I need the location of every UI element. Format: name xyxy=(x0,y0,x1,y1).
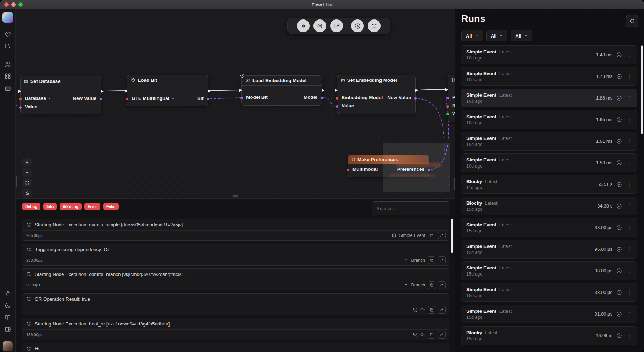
run-item[interactable]: Simple Event Latest 10d ago 1.53 ms ⋮ xyxy=(461,153,637,172)
copy-button[interactable] xyxy=(428,281,435,289)
jump-to-node-button[interactable] xyxy=(438,256,446,264)
favorites-heart-icon[interactable] xyxy=(5,31,11,38)
runs-scrollbar-thumb[interactable] xyxy=(641,45,643,134)
run-item[interactable]: Simple Event Latest 10d ago 1.86 ms ⋮ xyxy=(461,89,637,107)
fit-view-button[interactable] xyxy=(22,178,32,187)
runs-filter-dropdown[interactable]: All xyxy=(511,30,532,41)
run-item[interactable]: Simple Event Latest 15d ago 38.00 µs ⋮ xyxy=(461,283,637,302)
input-pin[interactable] xyxy=(347,169,349,171)
flow-canvas[interactable]: (x) (x)Set Database D xyxy=(16,9,455,198)
history-button[interactable] xyxy=(351,19,364,32)
log-panel-resize-handle[interactable] xyxy=(233,195,238,197)
node-edge-partial[interactable]: { } Pr Re W xyxy=(448,75,455,122)
node-load-bit[interactable]: Load Bit GTE Multilingual Bit xyxy=(127,75,208,106)
input-pin[interactable] xyxy=(446,97,449,99)
docs-book-icon[interactable] xyxy=(5,314,11,320)
input-pin[interactable] xyxy=(336,105,338,108)
flow-step-button[interactable] xyxy=(297,19,310,32)
chevron-down-icon[interactable] xyxy=(171,97,175,100)
storage-archive-icon[interactable] xyxy=(5,85,11,92)
kebab-menu-icon[interactable]: ⋮ xyxy=(626,95,633,101)
input-pin[interactable] xyxy=(19,98,22,100)
kebab-menu-icon[interactable]: ⋮ xyxy=(626,73,633,80)
output-pin[interactable] xyxy=(207,98,209,100)
run-item[interactable]: Simple Event Latest 15d ago 38.00 µs ⋮ xyxy=(461,261,637,280)
output-pin[interactable] xyxy=(321,97,323,99)
jump-to-node-button[interactable] xyxy=(438,232,446,239)
log-entry[interactable]: Starting Node Execution: control_branch … xyxy=(22,268,449,290)
sidebar-resize-handle[interactable] xyxy=(16,176,17,188)
exec-input-pin[interactable] xyxy=(18,89,21,93)
log-filter-badge[interactable]: Error xyxy=(84,203,100,210)
runs-filter-dropdown[interactable]: All xyxy=(461,30,483,41)
kebab-menu-icon[interactable]: ⋮ xyxy=(626,116,633,123)
library-icon[interactable] xyxy=(5,43,11,49)
kebab-menu-icon[interactable]: ⋮ xyxy=(626,51,633,58)
input-pin[interactable] xyxy=(240,97,243,99)
exec-output-pin[interactable] xyxy=(321,88,325,92)
templates-grid-icon[interactable] xyxy=(5,73,11,79)
zoom-out-button[interactable]: − xyxy=(22,168,32,177)
log-entry[interactable]: Triggering missing dependency: Or 233.00… xyxy=(22,244,449,266)
chevron-down-icon[interactable] xyxy=(48,97,51,100)
log-filter-badge[interactable]: Fatal xyxy=(103,203,119,210)
output-pin[interactable] xyxy=(414,97,417,100)
output-pin[interactable] xyxy=(100,98,102,100)
run-item[interactable]: Simple Event Latest 15d ago 91.00 µs ⋮ xyxy=(461,305,637,323)
run-item[interactable]: Simple Event Latest 10d ago 1.43 ms ⋮ xyxy=(461,45,637,64)
copy-button[interactable] xyxy=(428,256,435,264)
node-set-embedding-model[interactable]: (x)Set Embedding Model Embedding Model N… xyxy=(337,75,416,114)
run-item[interactable]: Blocky Latest 15d ago 34.38 s ⋮ xyxy=(461,197,637,215)
app-logo[interactable] xyxy=(2,12,13,23)
input-pin[interactable] xyxy=(19,106,22,109)
kebab-menu-icon[interactable]: ⋮ xyxy=(626,181,633,188)
input-pin[interactable] xyxy=(446,113,449,115)
exec-output-pin[interactable] xyxy=(207,89,211,93)
jump-to-node-button[interactable] xyxy=(438,306,446,314)
exec-input-pin[interactable] xyxy=(124,89,128,93)
variables-button[interactable]: (x) xyxy=(313,19,326,32)
log-search-input[interactable] xyxy=(372,201,450,215)
runs-filter-dropdown[interactable]: All xyxy=(486,30,508,41)
users-icon[interactable] xyxy=(5,61,11,68)
kebab-menu-icon[interactable]: ⋮ xyxy=(626,267,633,274)
user-avatar[interactable] xyxy=(3,341,13,351)
kebab-menu-icon[interactable]: ⋮ xyxy=(626,203,633,209)
dark-mode-moon-icon[interactable] xyxy=(5,302,11,309)
exec-output-pin[interactable] xyxy=(415,88,418,92)
jump-to-node-button[interactable] xyxy=(438,281,446,289)
exec-input-pin[interactable] xyxy=(445,87,449,92)
exec-input-pin[interactable] xyxy=(334,88,338,92)
script-log-button[interactable] xyxy=(368,19,381,32)
lock-button[interactable] xyxy=(22,188,32,198)
refresh-runs-button[interactable] xyxy=(626,15,638,27)
kebab-menu-icon[interactable]: ⋮ xyxy=(626,332,633,339)
run-item[interactable]: Blocky Latest 11d ago 55.51 s ⋮ xyxy=(461,175,637,194)
notes-button[interactable] xyxy=(330,19,343,32)
run-item[interactable]: Simple Event Latest 15d ago 38.00 µs ⋮ xyxy=(461,218,637,237)
run-item[interactable]: Simple Event Latest 10d ago 1.65 ms ⋮ xyxy=(461,110,637,129)
log-entry[interactable]: OR Operation Result: true Or xyxy=(22,293,449,315)
log-entry[interactable]: Starting Node Execution: bool_or [uxu1ne… xyxy=(22,318,449,340)
log-scrollbar-thumb[interactable] xyxy=(451,219,453,253)
copy-button[interactable] xyxy=(428,331,435,339)
log-entry[interactable]: Starting Node Execution: events_simple [… xyxy=(22,219,449,241)
run-item[interactable]: Simple Event Latest 15d ago 96.00 µs ⋮ xyxy=(461,240,637,259)
log-filter-badge[interactable]: Info xyxy=(43,203,57,210)
input-pin[interactable] xyxy=(446,105,449,108)
debug-bug-icon[interactable] xyxy=(5,290,11,297)
input-pin[interactable] xyxy=(336,97,338,100)
kebab-menu-icon[interactable]: ⋮ xyxy=(626,159,633,166)
toggle-panel-icon[interactable] xyxy=(5,326,11,333)
zoom-in-button[interactable]: + xyxy=(22,158,32,167)
kebab-menu-icon[interactable]: ⋮ xyxy=(626,311,633,317)
node-load-embedding-model[interactable]: Load Embedding Model Model Bit Model xyxy=(242,75,322,106)
kebab-menu-icon[interactable]: ⋮ xyxy=(626,224,633,231)
kebab-menu-icon[interactable]: ⋮ xyxy=(626,289,633,296)
run-item[interactable]: Blocky Latest 15d ago 16.06 m ⋮ xyxy=(461,326,637,345)
copy-button[interactable] xyxy=(428,306,435,314)
log-filter-badge[interactable]: Debug xyxy=(22,203,40,210)
exec-input-pin[interactable] xyxy=(239,88,243,92)
copy-button[interactable] xyxy=(428,232,435,239)
log-filter-badge[interactable]: Warning xyxy=(60,203,82,210)
